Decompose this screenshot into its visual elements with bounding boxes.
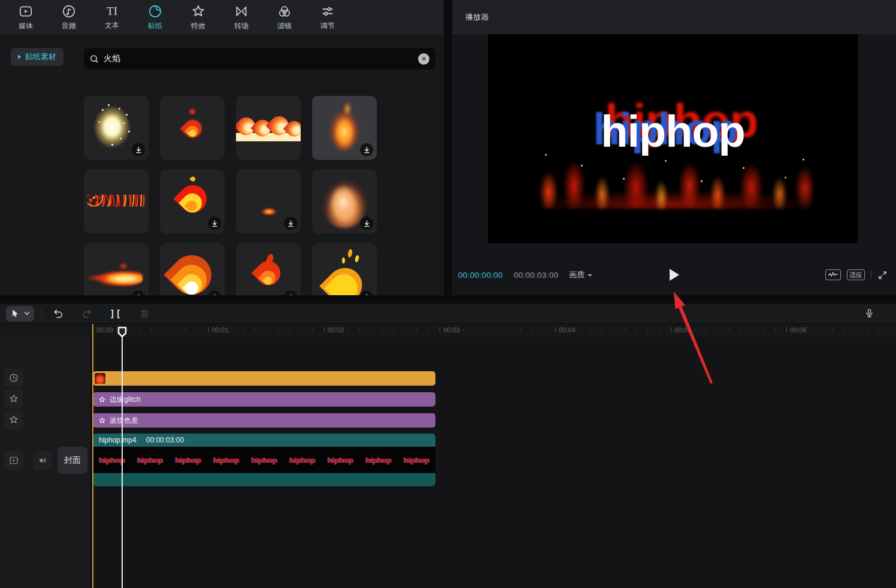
flame-art (87, 195, 145, 207)
filmstrip-frame-label: hiphop (327, 456, 353, 465)
record-voiceover-button[interactable] (860, 305, 878, 321)
ruler-minor-tick (717, 329, 718, 331)
microphone-icon (864, 308, 875, 319)
clock-icon (8, 372, 19, 383)
sidebar-item-sticker-material[interactable]: 贴纸素材 (11, 48, 63, 66)
clear-search-button[interactable]: ✕ (418, 53, 429, 65)
video-track-toggle-button[interactable] (4, 451, 23, 470)
sticker-thumbnail-soft-orange-flame[interactable] (312, 96, 377, 160)
ruler-minor-tick (706, 329, 706, 331)
tab-adjust[interactable]: 调节 (314, 4, 341, 31)
sticker-thumbnail-tiny-ember[interactable] (236, 169, 301, 234)
player-header: 播放器 (452, 0, 896, 34)
download-icon[interactable] (208, 217, 221, 230)
preview-text: hiphop (488, 110, 858, 154)
sticker-thumbnail-glowing-spark-flame[interactable] (84, 96, 149, 160)
tab-effects[interactable]: 特效 (184, 4, 212, 31)
delete-button[interactable] (135, 306, 153, 322)
ruler-minor-tick (116, 329, 117, 331)
flame-art (93, 105, 131, 148)
fullscreen-button[interactable] (877, 270, 888, 280)
ruler-minor-tick (867, 329, 868, 331)
ruler-minor-tick (416, 329, 417, 331)
sticker-thumbnail-small-red-flame[interactable] (160, 96, 225, 160)
tab-text[interactable]: TI 文本 (98, 4, 126, 31)
ruler-minor-tick (509, 329, 510, 331)
sticker-thumbnail-realistic-flame[interactable] (312, 169, 377, 234)
sticker-thumbnail-cartoon-flame[interactable] (160, 169, 225, 234)
video-clip-duration: 00:00:03:00 (146, 436, 184, 444)
search-input[interactable] (104, 54, 418, 63)
waveform-icon (828, 272, 839, 278)
select-tool-button[interactable] (6, 306, 34, 322)
download-icon[interactable] (360, 143, 373, 156)
sticker-thumbnail-flame-border-strip[interactable] (236, 96, 301, 160)
search-box: ✕ (84, 48, 435, 69)
flame-art (347, 248, 353, 257)
download-icon[interactable] (284, 290, 297, 295)
sticker-clip[interactable] (93, 371, 435, 386)
sticker-thumbnail-large-cartoon-flame[interactable] (160, 243, 225, 295)
filmstrip-frame-label: hiphop (137, 456, 163, 465)
trash-icon (139, 308, 150, 319)
undo-button[interactable] (49, 306, 67, 322)
download-icon[interactable] (132, 290, 145, 295)
sticker-thumbnail-red-wisp-flame[interactable] (236, 243, 301, 295)
sticker-thumbnail-ember-line[interactable] (84, 169, 149, 234)
player-controls: 00:00:00:00 00:00:03:00 画质 适应 (452, 263, 896, 286)
fit-button[interactable]: 适应 (847, 269, 865, 280)
ruler-minor-tick (682, 329, 683, 331)
search-icon (90, 54, 99, 63)
ruler-minor-tick (775, 329, 776, 331)
ruler-minor-tick (128, 329, 128, 331)
tab-audio[interactable]: 音频 (55, 4, 83, 31)
ruler-minor-tick (601, 329, 602, 331)
tab-media[interactable]: 媒体 (12, 4, 40, 31)
ruler-minor-tick (763, 329, 764, 331)
ruler-minor-tick (220, 329, 220, 331)
audio-icon (61, 4, 77, 19)
effect-clip-ripple-aberration[interactable]: 波纹色差 (93, 413, 435, 428)
effect-star-icon (8, 393, 19, 404)
ruler-minor-tick (590, 329, 591, 331)
ruler-minor-tick (382, 329, 383, 331)
flame-art (189, 175, 196, 182)
ruler-minor-tick (647, 329, 648, 331)
download-icon[interactable] (284, 217, 297, 230)
quality-dropdown[interactable]: 画质 (569, 269, 592, 280)
download-icon[interactable] (360, 217, 373, 230)
tab-filter[interactable]: 滤镜 (271, 4, 298, 31)
download-icon[interactable] (132, 143, 145, 156)
cover-button[interactable]: 封面 (57, 447, 87, 474)
download-icon[interactable] (208, 290, 221, 295)
tab-sticker[interactable]: 贴纸 (141, 4, 169, 31)
effect-track-2-button[interactable] (4, 410, 23, 429)
scopes-button[interactable] (825, 269, 841, 280)
video-clip-name: hiphop.mp4 (99, 436, 137, 444)
download-icon[interactable] (360, 290, 373, 295)
ruler-minor-tick (370, 329, 371, 331)
split-button[interactable]: ][ (107, 306, 125, 322)
ruler-minor-tick (810, 329, 810, 331)
ruler-minor-tick (544, 329, 544, 331)
ruler-minor-tick (267, 329, 267, 331)
divider (871, 271, 871, 279)
flame-art (336, 120, 353, 144)
effect-track-1-button[interactable] (4, 389, 23, 408)
video-clip[interactable]: hiphop.mp4 00:00:03:00 hiphophiphophipho… (93, 434, 435, 486)
play-button[interactable] (670, 269, 679, 281)
redo-button[interactable] (78, 306, 96, 322)
sticker-thumbnail-yellow-spark-flame[interactable] (312, 243, 377, 295)
playhead-handle[interactable] (117, 326, 127, 338)
effect-clip-edge-glitch[interactable]: 边缘glitch (93, 392, 435, 407)
ruler-major-tick (324, 327, 325, 332)
tab-transition[interactable]: 转场 (228, 4, 255, 31)
sticker-thumbnail-horizontal-flame-streak[interactable] (84, 243, 149, 295)
current-timecode: 00:00:00:00 (458, 271, 503, 280)
sticker-track-duration-button[interactable] (4, 368, 23, 387)
timeline-ruler[interactable]: 00:0000:0100:0200:0300:0400:0500:06 (0, 324, 896, 337)
ruler-minor-tick (255, 329, 255, 331)
mute-track-button[interactable] (33, 451, 52, 470)
total-timecode: 00:00:03:00 (514, 271, 559, 280)
ruler-minor-tick (243, 329, 244, 331)
